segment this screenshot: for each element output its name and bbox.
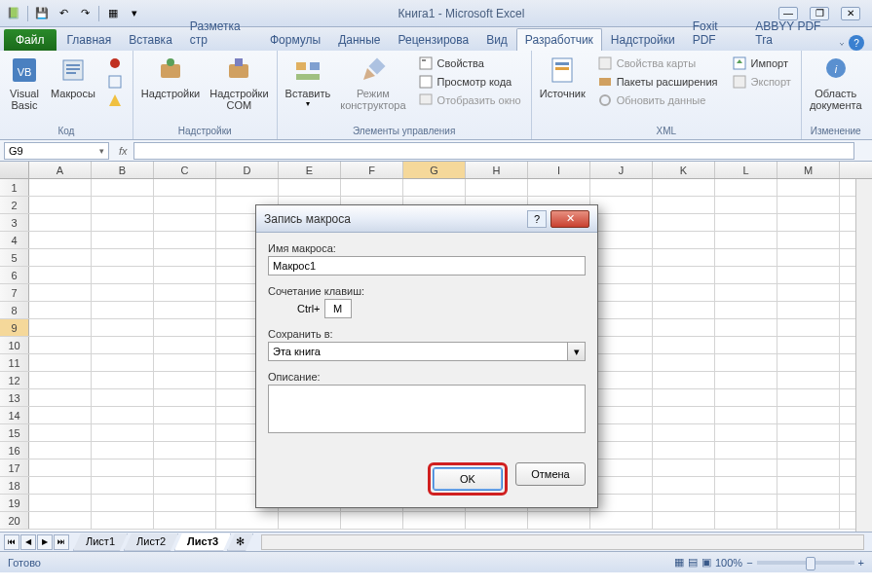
undo-icon[interactable]: ↶ [54, 4, 73, 23]
horizontal-scrollbar[interactable] [261, 534, 864, 550]
shortcut-key-input[interactable] [324, 299, 352, 318]
cell[interactable] [92, 337, 154, 353]
cell[interactable] [92, 179, 154, 196]
cell[interactable] [715, 179, 777, 196]
cell[interactable] [154, 319, 216, 336]
cell[interactable] [29, 354, 92, 371]
cell[interactable] [92, 442, 154, 459]
map-properties-button[interactable]: Свойства карты [593, 55, 722, 72]
refresh-data-button[interactable]: Обновить данные [593, 92, 722, 109]
cell[interactable] [715, 319, 777, 336]
cell[interactable] [590, 232, 653, 248]
cell[interactable] [653, 267, 715, 283]
row-header[interactable]: 4 [0, 232, 29, 248]
column-header[interactable]: B [92, 162, 154, 178]
tab-insert[interactable]: Вставка [120, 28, 181, 51]
cell[interactable] [653, 512, 715, 529]
column-header[interactable]: L [715, 162, 777, 178]
cell[interactable] [29, 179, 92, 196]
relative-refs-button[interactable] [103, 73, 127, 91]
sheet-prev-button[interactable]: ◀ [20, 534, 36, 550]
cell[interactable] [92, 407, 154, 423]
ribbon-minimize-icon[interactable]: ៴ [839, 37, 845, 49]
cell[interactable] [92, 495, 154, 511]
cell[interactable] [154, 179, 216, 196]
cell[interactable] [466, 512, 528, 529]
column-header[interactable]: D [216, 162, 279, 178]
cell[interactable] [715, 267, 777, 283]
cell[interactable] [154, 232, 216, 248]
row-header[interactable]: 7 [0, 284, 29, 301]
cancel-button[interactable]: Отмена [515, 462, 586, 486]
cell[interactable] [653, 477, 715, 494]
cell[interactable] [715, 372, 777, 388]
cell[interactable] [590, 459, 653, 476]
column-header[interactable]: I [528, 162, 590, 178]
row-header[interactable]: 13 [0, 389, 29, 406]
cell[interactable] [590, 495, 653, 511]
cell[interactable] [29, 284, 92, 301]
cell[interactable] [154, 372, 216, 388]
cell[interactable] [92, 232, 154, 248]
cell[interactable] [777, 389, 840, 406]
cell[interactable] [92, 214, 154, 231]
vertical-scrollbar[interactable] [855, 179, 872, 532]
sheet-first-button[interactable]: ⏮ [4, 534, 19, 550]
cell[interactable] [154, 284, 216, 301]
cell[interactable] [653, 424, 715, 441]
dialog-titlebar[interactable]: Запись макроса ? ✕ [256, 205, 597, 233]
visual-basic-button[interactable]: VB Visual Basic [4, 53, 45, 113]
cell[interactable] [154, 389, 216, 406]
cell[interactable] [92, 249, 154, 266]
cell[interactable] [279, 512, 341, 529]
macro-security-button[interactable] [103, 92, 127, 109]
column-header[interactable]: E [279, 162, 341, 178]
sheet-add-button[interactable]: ✻ [227, 533, 253, 551]
cell[interactable] [154, 477, 216, 494]
cell[interactable] [154, 267, 216, 283]
view-pagelayout-icon[interactable]: ▤ [688, 556, 698, 569]
view-code-button[interactable]: Просмотр кода [414, 73, 525, 91]
tab-pagelayout[interactable]: Разметка стр [181, 15, 261, 51]
cell[interactable] [154, 354, 216, 371]
properties-button[interactable]: Свойства [414, 55, 525, 72]
cell[interactable] [590, 214, 653, 231]
addins-button[interactable]: Надстройки [137, 53, 204, 101]
column-header[interactable]: H [466, 162, 528, 178]
cell[interactable] [777, 302, 840, 318]
ok-button[interactable]: OK [433, 467, 503, 491]
design-mode-button[interactable]: Режим конструктора [336, 53, 409, 113]
cell[interactable] [777, 512, 840, 529]
close-button[interactable]: ✕ [841, 7, 860, 20]
cell[interactable] [279, 179, 341, 196]
document-area-button[interactable]: i Область документа [806, 53, 866, 113]
cell[interactable] [590, 354, 653, 371]
cell[interactable] [154, 495, 216, 511]
sheet-last-button[interactable]: ⏭ [54, 534, 69, 550]
cell[interactable] [92, 319, 154, 336]
cell[interactable] [29, 442, 92, 459]
cell[interactable] [715, 442, 777, 459]
cell[interactable] [590, 424, 653, 441]
formula-input[interactable] [133, 142, 854, 160]
cell[interactable] [92, 284, 154, 301]
tab-view[interactable]: Вид [477, 28, 516, 51]
sheet-next-button[interactable]: ▶ [37, 534, 53, 550]
cell[interactable] [777, 232, 840, 248]
cell[interactable] [777, 179, 840, 196]
row-header[interactable]: 2 [0, 197, 29, 213]
row-header[interactable]: 19 [0, 495, 29, 511]
cell[interactable] [590, 197, 653, 213]
cell[interactable] [777, 267, 840, 283]
cell[interactable] [715, 354, 777, 371]
cell[interactable] [154, 442, 216, 459]
row-header[interactable]: 15 [0, 424, 29, 441]
zoom-slider[interactable] [757, 561, 854, 565]
tab-formulas[interactable]: Формулы [261, 28, 329, 51]
cell[interactable] [92, 372, 154, 388]
insert-controls-button[interactable]: Вставить ▾ [282, 53, 335, 110]
export-button[interactable]: Экспорт [728, 73, 795, 91]
sheet-tab-1[interactable]: Лист1 [73, 533, 128, 551]
cell[interactable] [29, 495, 92, 511]
cell[interactable] [403, 179, 466, 196]
